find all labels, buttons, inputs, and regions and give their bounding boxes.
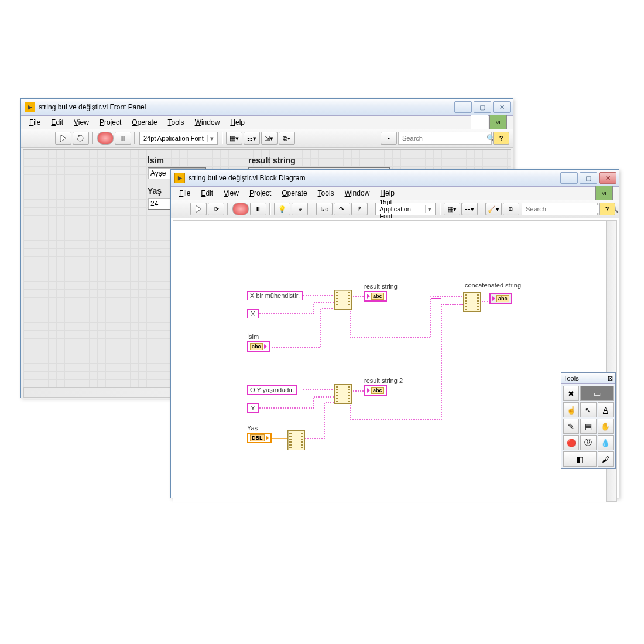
toolbar-divider: • [381, 132, 397, 145]
tool-breakpoint[interactable]: 🔴 [563, 435, 579, 450]
tool-position[interactable]: ↖ [580, 402, 596, 417]
menu-window[interactable]: Window [340, 188, 375, 198]
block-toolbar: ⟳ II 💡 🜔 ↳o ↷ ↱ 15pt Application Font▾ ▦… [171, 200, 619, 218]
svg-marker-2 [196, 205, 201, 213]
run-button[interactable] [190, 203, 207, 215]
pause-button[interactable]: II [115, 132, 131, 145]
labview-icon: ▶ [25, 102, 35, 112]
search-replace-node-1[interactable] [334, 290, 352, 310]
close-icon[interactable]: ⊠ [608, 375, 613, 382]
tool-shortcut[interactable]: ▤ [580, 419, 596, 434]
tool-operate[interactable]: ☝ [563, 402, 579, 417]
const-template1[interactable]: X bir mühendistir. [247, 291, 303, 300]
menu-window[interactable]: Window [190, 117, 225, 128]
tool-scroll[interactable]: ✋ [598, 419, 614, 434]
highlight-exec-button[interactable]: 💡 [274, 203, 290, 215]
tool-text[interactable]: A [598, 402, 614, 417]
menu-file[interactable]: File [25, 117, 45, 128]
pause-button[interactable]: II [250, 203, 266, 215]
distribute-button[interactable]: ☷▾ [461, 203, 478, 215]
const-template2[interactable]: O Y yaşındadır. [247, 385, 297, 395]
tool-wiring[interactable]: ✎ [563, 419, 579, 434]
menu-help[interactable]: Help [225, 117, 249, 128]
svg-marker-0 [60, 135, 66, 142]
menu-view[interactable]: View [69, 117, 94, 128]
reorder-button[interactable]: ⧉ [503, 203, 519, 215]
font-selector[interactable]: 15pt Application Font▾ [375, 203, 436, 215]
align-button[interactable]: ▦▾ [444, 203, 460, 215]
tools-palette[interactable]: Tools⊠ ✖ ▭ ☝ ↖ A ✎ ▤ ✋ 🔴 ⓟ 💧 ◧ 🖌 [561, 372, 616, 469]
search-box[interactable]: 🔍 [522, 203, 598, 215]
maximize-button[interactable]: ▢ [474, 101, 491, 113]
front-toolbar: II 24pt Application Font▾ ▦▾ ☷▾ ⇲▾ ⧉▾ • … [21, 129, 513, 148]
front-titlebar[interactable]: ▶ string bul ve değiştir.vi Front Panel … [21, 99, 513, 116]
search-box[interactable]: 🔍 [398, 132, 492, 145]
help-button[interactable]: ? [599, 203, 615, 215]
help-button[interactable]: ? [493, 132, 509, 145]
run-button[interactable] [55, 132, 71, 145]
const-y[interactable]: Y [247, 403, 259, 413]
wires [173, 221, 617, 502]
tool-color[interactable]: ◧ [563, 451, 597, 467]
tool-auto[interactable]: ✖ [563, 386, 579, 401]
reorder-button[interactable]: ⧉▾ [279, 132, 295, 145]
resize-button[interactable]: ⇲▾ [261, 132, 278, 145]
run-continuous-button[interactable]: ⟳ [208, 203, 224, 215]
indicator-term-result2[interactable]: result string 2 abc [364, 377, 403, 396]
indicator-term-concat[interactable]: concatenated string [465, 282, 521, 290]
control-term-isim[interactable]: İsim abc [247, 333, 270, 352]
front-menubar: File Edit View Project Operate Tools Win… [21, 116, 513, 129]
search-input[interactable] [525, 205, 608, 213]
block-titlebar[interactable]: ▶ string bul ve değiştir.vi Block Diagra… [171, 170, 619, 187]
minimize-button[interactable]: — [454, 101, 472, 113]
abort-button[interactable] [232, 203, 249, 215]
align-button[interactable]: ▦▾ [226, 132, 242, 145]
step-into-button[interactable]: ↳o [316, 203, 333, 215]
connector-pane[interactable] [471, 115, 488, 130]
retain-wire-button[interactable]: 🜔 [292, 203, 308, 215]
tool-color-copy[interactable]: 💧 [598, 435, 614, 450]
indicator-term-result[interactable]: result string abc [364, 283, 398, 302]
const-x[interactable]: X [247, 309, 259, 318]
concatenate-node[interactable] [463, 292, 481, 312]
distribute-button[interactable]: ☷▾ [244, 132, 260, 145]
tool-color-brush[interactable]: 🖌 [598, 451, 614, 467]
labview-icon: ▶ [174, 173, 185, 183]
vi-icon[interactable]: VI [489, 115, 507, 130]
search-input[interactable] [401, 134, 484, 142]
menu-tools[interactable]: Tools [313, 188, 339, 198]
step-over-button[interactable]: ↷ [334, 203, 350, 215]
step-out-button[interactable]: ↱ [351, 203, 368, 215]
search-replace-node-2[interactable] [334, 384, 352, 404]
cleanup-button[interactable]: 🧹▾ [485, 203, 502, 215]
run-continuous-button[interactable] [73, 132, 89, 145]
tool-probe[interactable]: ⓟ [580, 435, 596, 450]
menu-tools[interactable]: Tools [163, 117, 189, 128]
minimize-button[interactable]: — [560, 172, 578, 184]
menu-operate[interactable]: Operate [127, 117, 162, 128]
menu-help[interactable]: Help [375, 188, 399, 198]
menu-project[interactable]: Project [245, 188, 276, 198]
menu-edit[interactable]: Edit [196, 188, 218, 198]
block-diagram-canvas[interactable]: X bir mühendistir. X İsim abc result str… [173, 220, 617, 502]
menu-edit[interactable]: Edit [46, 117, 68, 128]
menu-operate[interactable]: Operate [277, 188, 311, 198]
num-to-string-node[interactable] [287, 430, 305, 450]
font-selector[interactable]: 24pt Application Font▾ [139, 132, 218, 145]
control-term-yas[interactable]: Yaş DBL [247, 424, 272, 443]
menu-project[interactable]: Project [95, 117, 126, 128]
tool-auto-selected[interactable]: ▭ [580, 386, 614, 401]
const-empty[interactable] [431, 298, 441, 306]
menu-file[interactable]: File [174, 188, 195, 198]
close-button[interactable]: ✕ [493, 101, 511, 113]
tools-header[interactable]: Tools⊠ [561, 373, 615, 384]
block-diagram-window: ▶ string bul ve değiştir.vi Block Diagra… [170, 169, 619, 498]
maximize-button[interactable]: ▢ [580, 172, 597, 184]
label-isim: İsim [148, 156, 164, 165]
vi-icon[interactable]: VI [595, 186, 613, 201]
indicator-term-concat-box[interactable]: abc [489, 293, 512, 304]
abort-button[interactable] [97, 132, 114, 145]
menu-view[interactable]: View [219, 188, 244, 198]
close-button[interactable]: ✕ [599, 172, 616, 184]
front-title: string bul ve değiştir.vi Front Panel [39, 103, 454, 111]
